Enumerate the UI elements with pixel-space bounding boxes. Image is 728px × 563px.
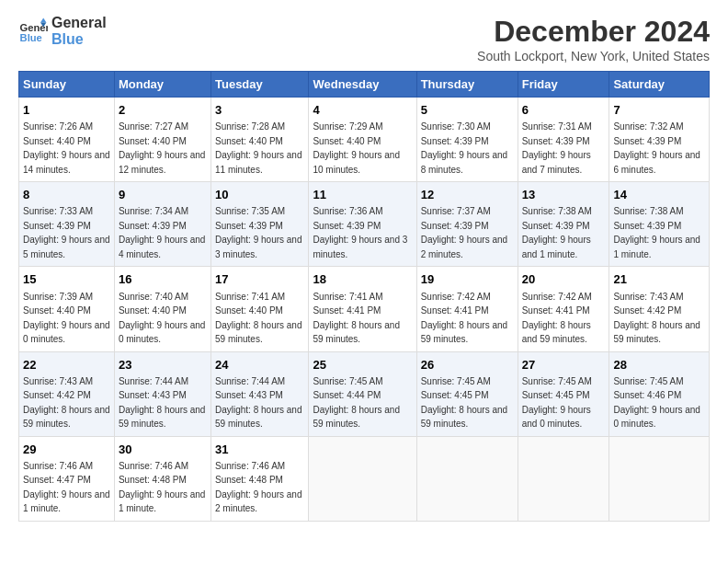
day-info: Sunrise: 7:36 AMSunset: 4:39 PMDaylight:… (313, 206, 407, 259)
day-number: 2 (119, 102, 207, 119)
day-info: Sunrise: 7:26 AMSunset: 4:40 PMDaylight:… (23, 121, 110, 175)
day-number: 28 (613, 357, 705, 373)
day-number: 19 (421, 271, 514, 288)
calendar-cell: 17 Sunrise: 7:41 AMSunset: 4:40 PMDaylig… (210, 267, 308, 351)
calendar-cell: 28 Sunrise: 7:45 AMSunset: 4:46 PMDaylig… (609, 351, 710, 436)
calendar-cell: 13 Sunrise: 7:38 AMSunset: 4:39 PMDaylig… (518, 182, 609, 267)
day-info: Sunrise: 7:45 AMSunset: 4:44 PMDaylight:… (313, 376, 400, 430)
calendar-cell: 7 Sunrise: 7:32 AMSunset: 4:39 PMDayligh… (609, 98, 710, 182)
day-info: Sunrise: 7:43 AMSunset: 4:42 PMDaylight:… (23, 376, 110, 430)
day-number: 6 (522, 102, 606, 119)
header-cell-tuesday: Tuesday (210, 72, 308, 98)
calendar-cell: 4 Sunrise: 7:29 AMSunset: 4:40 PMDayligh… (309, 98, 416, 182)
day-number: 14 (613, 187, 705, 203)
day-number: 20 (522, 271, 606, 288)
day-info: Sunrise: 7:40 AMSunset: 4:40 PMDaylight:… (119, 292, 206, 345)
day-number: 31 (215, 442, 304, 458)
day-number: 24 (215, 357, 304, 373)
header-cell-thursday: Thursday (416, 72, 518, 98)
day-number: 12 (421, 187, 514, 203)
day-info: Sunrise: 7:38 AMSunset: 4:39 PMDaylight:… (613, 206, 700, 259)
day-info: Sunrise: 7:38 AMSunset: 4:39 PMDaylight:… (522, 206, 592, 259)
day-number: 7 (613, 102, 705, 119)
calendar-cell: 1 Sunrise: 7:26 AMSunset: 4:40 PMDayligh… (19, 98, 115, 182)
day-number: 5 (421, 102, 514, 119)
day-number: 11 (313, 187, 412, 203)
day-number: 9 (119, 187, 207, 203)
calendar-cell: 16 Sunrise: 7:40 AMSunset: 4:40 PMDaylig… (114, 267, 210, 351)
calendar-cell: 19 Sunrise: 7:42 AMSunset: 4:41 PMDaylig… (416, 267, 518, 351)
day-info: Sunrise: 7:45 AMSunset: 4:45 PMDaylight:… (522, 376, 592, 430)
calendar-cell: 8 Sunrise: 7:33 AMSunset: 4:39 PMDayligh… (19, 182, 115, 267)
day-number: 8 (23, 187, 110, 203)
calendar-cell (416, 436, 518, 521)
day-number: 10 (215, 187, 304, 203)
calendar-cell: 21 Sunrise: 7:43 AMSunset: 4:42 PMDaylig… (609, 267, 710, 351)
day-number: 25 (313, 357, 412, 373)
header-cell-saturday: Saturday (609, 72, 710, 98)
day-number: 26 (421, 357, 514, 373)
calendar-cell: 5 Sunrise: 7:30 AMSunset: 4:39 PMDayligh… (416, 98, 518, 182)
calendar-body: 1 Sunrise: 7:26 AMSunset: 4:40 PMDayligh… (19, 98, 710, 522)
calendar-cell: 29 Sunrise: 7:46 AMSunset: 4:47 PMDaylig… (19, 436, 115, 521)
calendar-title: December 2024 (477, 15, 710, 49)
calendar-cell: 26 Sunrise: 7:45 AMSunset: 4:45 PMDaylig… (416, 351, 518, 436)
day-number: 18 (313, 271, 412, 288)
calendar-cell: 10 Sunrise: 7:35 AMSunset: 4:39 PMDaylig… (210, 182, 308, 267)
calendar-cell (518, 436, 609, 521)
day-info: Sunrise: 7:39 AMSunset: 4:40 PMDaylight:… (23, 292, 110, 345)
calendar-week-row: 22 Sunrise: 7:43 AMSunset: 4:42 PMDaylig… (19, 351, 710, 436)
calendar-cell (609, 436, 710, 521)
day-number: 16 (119, 271, 207, 288)
svg-marker-2 (40, 17, 46, 22)
day-number: 27 (522, 357, 606, 373)
day-number: 1 (23, 102, 110, 119)
day-info: Sunrise: 7:30 AMSunset: 4:39 PMDaylight:… (421, 121, 508, 175)
calendar-week-row: 15 Sunrise: 7:39 AMSunset: 4:40 PMDaylig… (19, 267, 710, 351)
calendar-cell: 12 Sunrise: 7:37 AMSunset: 4:39 PMDaylig… (416, 182, 518, 267)
day-number: 17 (215, 271, 304, 288)
day-info: Sunrise: 7:44 AMSunset: 4:43 PMDaylight:… (119, 376, 206, 430)
day-info: Sunrise: 7:27 AMSunset: 4:40 PMDaylight:… (119, 121, 206, 175)
title-block: December 2024 South Lockport, New York, … (477, 15, 710, 63)
calendar-cell: 3 Sunrise: 7:28 AMSunset: 4:40 PMDayligh… (210, 98, 308, 182)
day-number: 21 (613, 271, 705, 288)
day-number: 29 (23, 442, 110, 458)
calendar-cell: 14 Sunrise: 7:38 AMSunset: 4:39 PMDaylig… (609, 182, 710, 267)
day-info: Sunrise: 7:34 AMSunset: 4:39 PMDaylight:… (119, 206, 206, 259)
svg-text:Blue: Blue (20, 32, 42, 43)
day-number: 3 (215, 102, 304, 119)
header-cell-friday: Friday (518, 72, 609, 98)
day-info: Sunrise: 7:29 AMSunset: 4:40 PMDaylight:… (313, 121, 400, 175)
day-info: Sunrise: 7:45 AMSunset: 4:46 PMDaylight:… (613, 376, 700, 430)
calendar-cell: 31 Sunrise: 7:46 AMSunset: 4:48 PMDaylig… (210, 436, 308, 521)
calendar-cell: 23 Sunrise: 7:44 AMSunset: 4:43 PMDaylig… (114, 351, 210, 436)
calendar-table: SundayMondayTuesdayWednesdayThursdayFrid… (18, 71, 710, 522)
calendar-cell: 15 Sunrise: 7:39 AMSunset: 4:40 PMDaylig… (19, 267, 115, 351)
calendar-subtitle: South Lockport, New York, United States (477, 49, 710, 63)
day-number: 4 (313, 102, 412, 119)
day-info: Sunrise: 7:28 AMSunset: 4:40 PMDaylight:… (215, 121, 302, 175)
calendar-cell: 27 Sunrise: 7:45 AMSunset: 4:45 PMDaylig… (518, 351, 609, 436)
day-info: Sunrise: 7:46 AMSunset: 4:48 PMDaylight:… (215, 461, 302, 514)
calendar-cell: 2 Sunrise: 7:27 AMSunset: 4:40 PMDayligh… (114, 98, 210, 182)
day-info: Sunrise: 7:46 AMSunset: 4:48 PMDaylight:… (119, 461, 206, 514)
calendar-header-row: SundayMondayTuesdayWednesdayThursdayFrid… (19, 72, 710, 98)
calendar-cell: 24 Sunrise: 7:44 AMSunset: 4:43 PMDaylig… (210, 351, 308, 436)
header-cell-wednesday: Wednesday (309, 72, 416, 98)
calendar-cell: 30 Sunrise: 7:46 AMSunset: 4:48 PMDaylig… (114, 436, 210, 521)
day-number: 23 (119, 357, 207, 373)
logo-line2: Blue (51, 31, 107, 48)
day-info: Sunrise: 7:31 AMSunset: 4:39 PMDaylight:… (522, 121, 592, 175)
calendar-cell: 22 Sunrise: 7:43 AMSunset: 4:42 PMDaylig… (19, 351, 115, 436)
day-number: 13 (522, 187, 606, 203)
header-cell-sunday: Sunday (19, 72, 115, 98)
calendar-cell (309, 436, 416, 521)
day-info: Sunrise: 7:41 AMSunset: 4:41 PMDaylight:… (313, 292, 400, 345)
logo: General Blue General Blue (18, 15, 107, 47)
logo-icon: General Blue (18, 17, 48, 46)
calendar-week-row: 1 Sunrise: 7:26 AMSunset: 4:40 PMDayligh… (19, 98, 710, 182)
calendar-cell: 25 Sunrise: 7:45 AMSunset: 4:44 PMDaylig… (309, 351, 416, 436)
day-info: Sunrise: 7:41 AMSunset: 4:40 PMDaylight:… (215, 292, 302, 345)
day-info: Sunrise: 7:45 AMSunset: 4:45 PMDaylight:… (421, 376, 508, 430)
